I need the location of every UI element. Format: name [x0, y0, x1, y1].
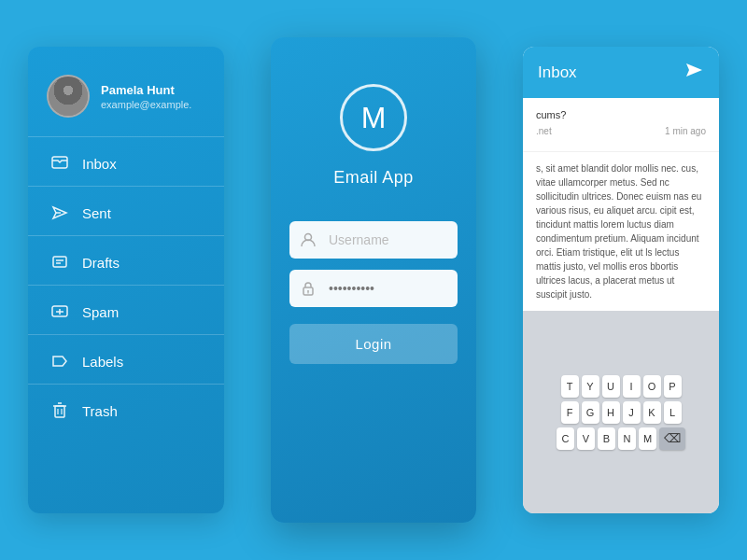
key-F[interactable]: F: [561, 401, 579, 424]
sidebar-item-drafts-label: Drafts: [82, 255, 120, 271]
key-L[interactable]: L: [664, 401, 682, 424]
key-H[interactable]: H: [602, 401, 620, 424]
divider: [28, 285, 224, 286]
key-J[interactable]: J: [623, 401, 641, 424]
sidebar-item-sent[interactable]: Sent: [28, 190, 224, 235]
keyboard-row-3: C V B N M ⌫: [527, 427, 715, 450]
sidebar-panel: Pamela Hunt example@example. Inbox: [28, 47, 224, 513]
inbox-panel: Inbox cums? .net 1 min ago s, sit amet b…: [523, 47, 719, 513]
email-sender: .net: [536, 126, 552, 136]
sidebar-item-labels[interactable]: Labels: [28, 339, 224, 384]
divider: [28, 186, 224, 187]
key-O[interactable]: O: [643, 375, 661, 398]
sidebar-item-spam[interactable]: Spam: [28, 289, 224, 334]
sidebar-item-inbox[interactable]: Inbox: [28, 141, 224, 186]
profile-section: Pamela Hunt example@example.: [28, 65, 224, 136]
sidebar-item-sent-label: Sent: [82, 205, 111, 221]
divider: [28, 235, 224, 236]
keyboard-row-1: T Y U I O P: [527, 375, 715, 398]
profile-name: Pamela Hunt: [101, 83, 191, 97]
sidebar-item-spam-label: Spam: [82, 304, 119, 320]
app-logo-letter: M: [361, 101, 387, 135]
key-B[interactable]: B: [598, 427, 615, 450]
key-G[interactable]: G: [582, 401, 599, 424]
svg-rect-3: [53, 257, 66, 267]
divider: [28, 334, 224, 335]
keyboard: T Y U I O P F G H J K L C V B N: [523, 311, 719, 513]
sidebar-item-trash-label: Trash: [82, 403, 118, 419]
key-U[interactable]: U: [602, 375, 620, 398]
scene: Pamela Hunt example@example. Inbox: [0, 0, 747, 560]
key-C[interactable]: C: [557, 427, 574, 450]
divider: [28, 384, 224, 385]
key-V[interactable]: V: [577, 427, 595, 450]
key-Y[interactable]: Y: [582, 375, 599, 398]
sidebar-item-labels-label: Labels: [82, 354, 123, 370]
password-wrapper: [289, 270, 458, 307]
app-logo: M: [340, 84, 407, 151]
user-icon: [301, 232, 316, 247]
backspace-key[interactable]: ⌫: [659, 427, 685, 450]
keyboard-row-2: F G H J K L: [527, 401, 715, 424]
key-N[interactable]: N: [618, 427, 636, 450]
email-body: s, sit amet blandit dolor mollis nec. cu…: [523, 152, 719, 311]
email-preview: cums? .net 1 min ago: [523, 98, 719, 152]
svg-rect-5: [55, 406, 64, 417]
inbox-title: Inbox: [538, 63, 577, 82]
svg-point-12: [307, 290, 309, 292]
username-wrapper: [289, 221, 458, 259]
email-time: 1 min ago: [665, 126, 706, 136]
key-T[interactable]: T: [561, 375, 579, 398]
trash-icon: [50, 401, 69, 420]
avatar: [47, 75, 90, 118]
sidebar-item-drafts[interactable]: Drafts: [28, 240, 224, 285]
login-button[interactable]: Login: [289, 324, 458, 364]
inbox-header: Inbox: [523, 47, 719, 98]
lock-icon: [301, 281, 316, 296]
labels-icon: [50, 352, 69, 371]
svg-marker-14: [686, 63, 702, 77]
spam-icon: [50, 302, 69, 321]
drafts-icon: [50, 253, 69, 272]
sidebar-item-trash[interactable]: Trash: [28, 388, 224, 433]
app-title: Email App: [333, 168, 414, 188]
key-I[interactable]: I: [623, 375, 641, 398]
login-panel: M Email App Login: [271, 37, 476, 523]
profile-info: Pamela Hunt example@example.: [101, 83, 191, 110]
key-M[interactable]: M: [639, 427, 656, 450]
key-K[interactable]: K: [643, 401, 661, 424]
sidebar-item-inbox-label: Inbox: [82, 156, 117, 172]
inbox-icon: [50, 154, 69, 173]
email-meta: .net 1 min ago: [536, 126, 706, 136]
email-question: cums?: [536, 109, 706, 120]
send-icon[interactable]: [684, 62, 704, 83]
key-P[interactable]: P: [664, 375, 682, 398]
profile-email: example@example.: [101, 99, 191, 110]
divider: [28, 136, 224, 137]
sent-icon: [50, 203, 69, 222]
